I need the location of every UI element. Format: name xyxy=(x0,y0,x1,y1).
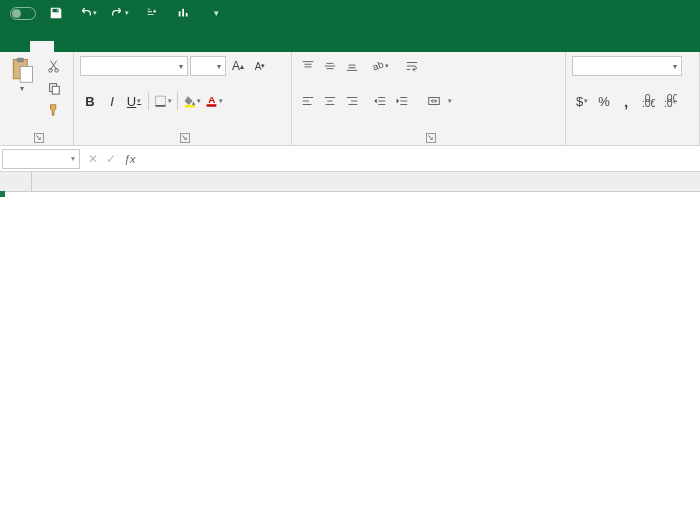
font-name-select[interactable]: ▾ xyxy=(80,56,188,76)
cut-icon[interactable] xyxy=(44,56,64,76)
percent-icon[interactable]: % xyxy=(594,91,614,111)
align-middle-icon[interactable] xyxy=(320,56,340,76)
svg-rect-6 xyxy=(52,86,59,94)
select-all-corner[interactable] xyxy=(0,172,32,191)
tab-review[interactable] xyxy=(174,41,198,52)
font-size-select[interactable]: ▾ xyxy=(190,56,226,76)
autosave-toggle[interactable] xyxy=(6,7,36,20)
svg-rect-9 xyxy=(185,105,195,107)
align-center-icon[interactable] xyxy=(320,91,340,111)
format-painter-icon[interactable] xyxy=(44,100,64,120)
cancel-formula-icon[interactable]: ✕ xyxy=(88,152,98,166)
tab-data[interactable] xyxy=(150,41,174,52)
fill-color-icon[interactable]: ▾ xyxy=(182,91,202,111)
increase-indent-icon[interactable] xyxy=(392,91,412,111)
qat-chart-icon[interactable] xyxy=(174,3,194,23)
tab-developer[interactable] xyxy=(222,41,246,52)
name-box[interactable]: ▾ xyxy=(2,149,80,169)
currency-icon[interactable]: $▾ xyxy=(572,91,592,111)
tab-view[interactable] xyxy=(198,41,222,52)
align-right-icon[interactable] xyxy=(342,91,362,111)
tab-page-layout[interactable] xyxy=(102,41,126,52)
qat-more-icon[interactable]: ▾ xyxy=(206,3,226,23)
decrease-decimal-icon[interactable]: .00.0 xyxy=(660,91,680,111)
copy-icon[interactable] xyxy=(44,78,64,98)
formula-bar: ▾ ✕ ✓ ƒx xyxy=(0,146,700,172)
svg-text:ab: ab xyxy=(371,59,384,73)
tab-insert[interactable] xyxy=(54,41,78,52)
increase-font-icon[interactable]: A▴ xyxy=(228,56,248,76)
qat-sort-icon[interactable] xyxy=(142,3,162,23)
save-icon[interactable] xyxy=(46,3,66,23)
svg-text:.0: .0 xyxy=(664,97,673,108)
enter-formula-icon[interactable]: ✓ xyxy=(106,152,116,166)
merge-center-button[interactable]: ▾ xyxy=(422,91,457,111)
fx-icon[interactable]: ƒx xyxy=(124,153,136,165)
svg-text:A: A xyxy=(208,94,215,105)
tab-home[interactable] xyxy=(30,41,54,52)
ribbon: ▾ ↘ ▾ ▾ A▴ A▾ B I U▾ ▾ ▾ A▾ ↘ ab▾ xyxy=(0,52,700,146)
decrease-indent-icon[interactable] xyxy=(370,91,390,111)
redo-icon[interactable]: ▾ xyxy=(110,3,130,23)
decrease-font-icon[interactable]: A▾ xyxy=(250,56,270,76)
increase-decimal-icon[interactable]: .0.00 xyxy=(638,91,658,111)
svg-rect-1 xyxy=(17,58,24,62)
dialog-launcher-icon[interactable]: ↘ xyxy=(426,133,436,143)
border-icon[interactable]: ▾ xyxy=(153,91,173,111)
number-format-select[interactable]: ▾ xyxy=(572,56,682,76)
tab-file[interactable] xyxy=(6,41,30,52)
toggle-off-icon xyxy=(10,7,36,20)
tab-help[interactable] xyxy=(246,41,270,52)
svg-rect-11 xyxy=(207,104,217,106)
paste-button[interactable]: ▾ xyxy=(4,54,40,95)
undo-icon[interactable]: ▾ xyxy=(78,3,98,23)
align-top-icon[interactable] xyxy=(298,56,318,76)
dialog-launcher-icon[interactable]: ↘ xyxy=(180,133,190,143)
svg-rect-2 xyxy=(20,67,32,83)
font-color-icon[interactable]: A▾ xyxy=(204,91,224,111)
svg-rect-7 xyxy=(156,96,166,106)
align-bottom-icon[interactable] xyxy=(342,56,362,76)
ribbon-tabs xyxy=(0,26,700,52)
tab-formulas[interactable] xyxy=(126,41,150,52)
comma-icon[interactable]: , xyxy=(616,91,636,111)
chevron-down-icon: ▾ xyxy=(20,84,24,93)
bold-icon[interactable]: B xyxy=(80,91,100,111)
spreadsheet-grid[interactable] xyxy=(0,172,700,522)
orientation-icon[interactable]: ab▾ xyxy=(370,56,390,76)
dialog-launcher-icon[interactable]: ↘ xyxy=(34,133,44,143)
align-left-icon[interactable] xyxy=(298,91,318,111)
italic-icon[interactable]: I xyxy=(102,91,122,111)
tab-draw[interactable] xyxy=(78,41,102,52)
underline-icon[interactable]: U▾ xyxy=(124,91,144,111)
wrap-text-button[interactable] xyxy=(400,56,427,76)
